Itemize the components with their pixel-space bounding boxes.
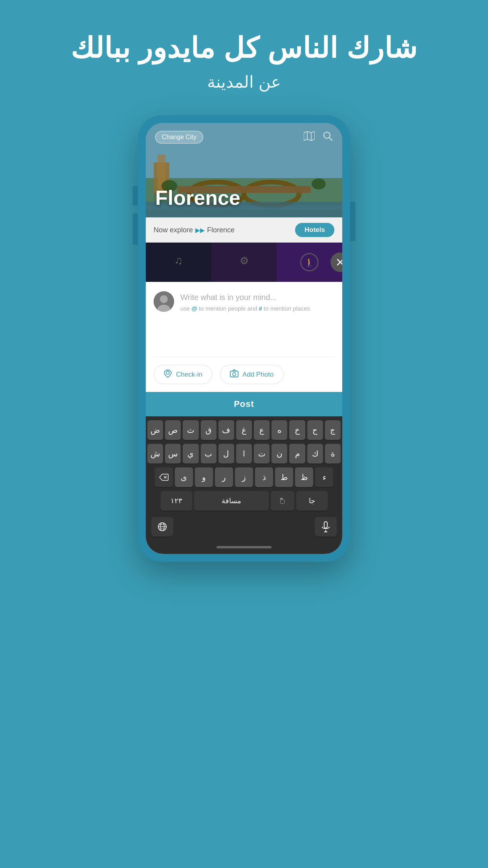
key-ain[interactable]: ع bbox=[254, 420, 270, 440]
post-bar[interactable]: Post bbox=[146, 392, 342, 416]
category-cards-row: ♫ ⚙ 🚶 bbox=[146, 243, 342, 282]
svg-text:♫: ♫ bbox=[174, 254, 183, 267]
search-icon[interactable] bbox=[323, 131, 333, 143]
post-button[interactable]: Post bbox=[234, 399, 254, 409]
explore-bar: Now explore ▶▶ Florence Hotels bbox=[146, 217, 342, 243]
volume-down-button bbox=[132, 213, 138, 245]
svg-point-30 bbox=[233, 373, 236, 376]
side-button-right bbox=[350, 202, 356, 241]
key-dad[interactable]: ض bbox=[147, 420, 163, 440]
checkin-icon bbox=[163, 369, 172, 380]
delete-key[interactable] bbox=[155, 467, 173, 487]
key-waw[interactable]: و bbox=[195, 467, 213, 487]
key-ta-marbuta[interactable]: ة bbox=[325, 444, 341, 463]
svg-point-26 bbox=[160, 295, 168, 303]
post-actions: Check-in Add Photo bbox=[154, 357, 334, 392]
key-ra[interactable]: ر bbox=[215, 467, 233, 487]
key-tha[interactable]: ث bbox=[183, 420, 198, 440]
key-zain[interactable]: ز bbox=[235, 467, 253, 487]
power-button bbox=[350, 202, 356, 241]
svg-text:⚙: ⚙ bbox=[240, 255, 249, 267]
phone-frame: Change City bbox=[138, 115, 350, 562]
key-dhal[interactable]: ذ bbox=[255, 467, 273, 487]
key-seen[interactable]: س bbox=[165, 444, 181, 463]
map-icon[interactable] bbox=[304, 131, 315, 143]
key-dhad[interactable]: ظ bbox=[295, 467, 313, 487]
keyboard-row-1: ض ص ث ق ف غ ع ه خ ح ج bbox=[147, 420, 341, 440]
key-nun[interactable]: ن bbox=[272, 444, 287, 463]
key-ja[interactable]: جا bbox=[296, 491, 328, 511]
keyboard-bottom-row bbox=[147, 515, 341, 539]
user-avatar bbox=[154, 291, 174, 312]
city-image: Change City bbox=[146, 123, 342, 217]
key-ba[interactable]: ب bbox=[201, 444, 216, 463]
key-space[interactable]: مسافة bbox=[194, 491, 269, 511]
add-photo-button[interactable]: Add Photo bbox=[220, 365, 283, 384]
post-hint: use @ to mention people and # to mention… bbox=[180, 304, 334, 313]
header-icons bbox=[304, 131, 333, 143]
home-indicator bbox=[146, 543, 342, 554]
key-sad[interactable]: ص bbox=[165, 420, 181, 440]
at-symbol: @ bbox=[191, 305, 199, 312]
keyboard-row-4: ١٢٣ مسافة ّ◌ جا bbox=[147, 491, 341, 511]
post-input-text[interactable]: Write what is in your mind... use @ to m… bbox=[180, 291, 334, 313]
category-card-1[interactable]: ♫ bbox=[146, 243, 211, 282]
key-kha[interactable]: خ bbox=[289, 420, 305, 440]
key-kaf[interactable]: ك bbox=[307, 444, 323, 463]
city-name: Florence bbox=[155, 186, 240, 210]
svg-point-28 bbox=[166, 371, 169, 374]
page-title: شارك الناس كل مايدور ببالك bbox=[71, 31, 417, 64]
svg-line-15 bbox=[329, 138, 332, 141]
key-lam[interactable]: ل bbox=[218, 444, 234, 463]
key-alef[interactable]: ا bbox=[236, 444, 252, 463]
key-jeem[interactable]: ج bbox=[325, 420, 341, 440]
volume-up-button bbox=[132, 186, 138, 206]
home-bar bbox=[216, 546, 272, 548]
keyboard-row-3: ى و ر ز ذ ط ظ ء bbox=[147, 467, 341, 487]
side-buttons-left bbox=[132, 186, 138, 245]
phone-mockup: Change City bbox=[138, 115, 350, 562]
city-header-bar: Change City bbox=[146, 123, 342, 151]
svg-point-14 bbox=[324, 132, 330, 138]
page-header: شارك الناس كل مايدور ببالك عن المدينة bbox=[71, 0, 417, 107]
key-ha[interactable]: ه bbox=[272, 420, 287, 440]
key-ya[interactable]: ي bbox=[183, 444, 198, 463]
key-fa[interactable]: ف bbox=[218, 420, 234, 440]
page-subtitle: عن المدينة bbox=[71, 72, 417, 92]
key-alef-maqsura[interactable]: ى bbox=[175, 467, 193, 487]
svg-rect-38 bbox=[324, 522, 327, 528]
category-card-2[interactable]: ⚙ bbox=[211, 243, 277, 282]
arabic-keyboard: ض ص ث ق ف غ ع ه خ ح ج ش س ي ب bbox=[146, 416, 342, 543]
key-ghain[interactable]: غ bbox=[236, 420, 252, 440]
checkin-button[interactable]: Check-in bbox=[154, 365, 212, 384]
post-modal: Write what is in your mind... use @ to m… bbox=[146, 282, 342, 392]
key-hha[interactable]: ح bbox=[307, 420, 323, 440]
key-tashkeel[interactable]: ّ◌ bbox=[271, 491, 294, 511]
keyboard-row-2: ش س ي ب ل ا ت ن م ك ة bbox=[147, 444, 341, 463]
change-city-button[interactable]: Change City bbox=[155, 131, 203, 143]
hash-symbol: # bbox=[259, 305, 264, 312]
globe-key[interactable] bbox=[151, 517, 173, 537]
phone-screen: Change City bbox=[146, 123, 342, 554]
microphone-key[interactable] bbox=[315, 517, 337, 537]
key-meem[interactable]: م bbox=[289, 444, 305, 463]
post-placeholder: Write what is in your mind... bbox=[180, 293, 334, 302]
post-input-area: Write what is in your mind... use @ to m… bbox=[154, 291, 334, 313]
key-tah[interactable]: ط bbox=[275, 467, 293, 487]
key-qaf[interactable]: ق bbox=[201, 420, 216, 440]
hotels-button[interactable]: Hotels bbox=[295, 223, 334, 237]
key-hamza[interactable]: ء bbox=[315, 467, 333, 487]
key-numbers[interactable]: ١٢٣ bbox=[161, 491, 192, 511]
svg-text:🚶: 🚶 bbox=[305, 258, 314, 267]
camera-icon bbox=[230, 370, 238, 379]
explore-arrows-icon: ▶▶ bbox=[195, 226, 205, 234]
explore-text: Now explore ▶▶ Florence bbox=[154, 226, 235, 234]
key-shin[interactable]: ش bbox=[147, 444, 163, 463]
key-ta[interactable]: ت bbox=[254, 444, 270, 463]
